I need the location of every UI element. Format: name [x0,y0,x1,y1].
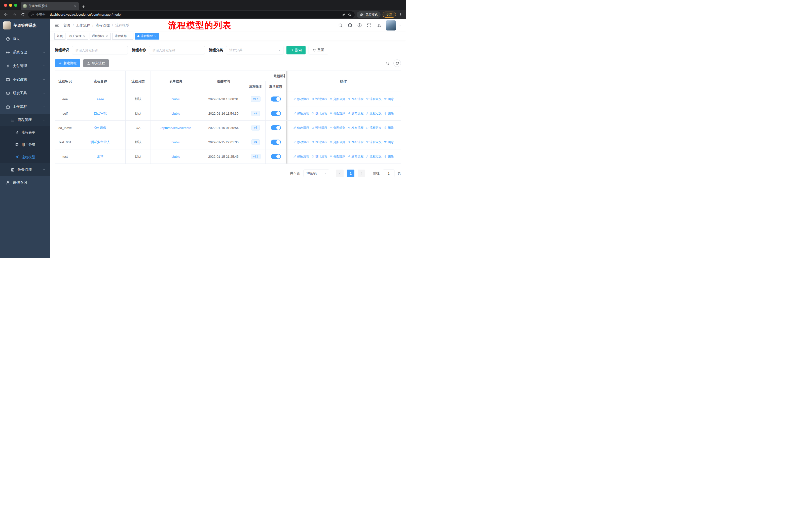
font-size-icon[interactable] [376,23,381,28]
password-key-icon[interactable] [342,13,346,17]
action-design-process[interactable]: 设计流程 [311,126,327,130]
close-icon[interactable] [106,35,108,37]
close-icon[interactable] [154,35,157,37]
tag-my-process[interactable]: 我的流程 [90,33,111,39]
action-design-process[interactable]: 设计流程 [311,155,327,159]
github-icon[interactable] [348,23,352,28]
action-delete[interactable]: 删除 [384,97,394,101]
forward-button[interactable] [11,11,18,18]
action-process-definition[interactable]: 流程定义 [366,111,382,116]
tab-close-icon[interactable] [74,5,77,7]
action-edit-process[interactable]: 修改流程 [293,126,309,130]
minimize-window-button[interactable] [9,4,12,7]
action-delete[interactable]: 删除 [384,155,394,159]
chrome-update-button[interactable]: 更新 [383,11,396,18]
version-badge[interactable]: v17 [251,96,261,102]
sidebar-item-system[interactable]: 系统管理 [0,46,50,59]
category-select[interactable]: 流程分类 [226,46,283,54]
action-publish-process[interactable]: 发布流程 [348,97,364,101]
sidebar-item-task-management[interactable]: 任务管理 [0,163,50,176]
fullscreen-icon[interactable] [367,23,372,28]
action-publish-process[interactable]: 发布流程 [348,155,364,159]
search-toggle-icon[interactable] [385,61,389,65]
url-text[interactable]: dashboard.yudao.iocoder.cn/bpm/manager/m… [50,13,340,17]
table-refresh-button[interactable] [394,59,401,67]
sidebar-item-devtools[interactable]: 研发工具 [0,86,50,100]
action-process-definition[interactable]: 流程定义 [366,97,382,101]
action-publish-process[interactable]: 发布流程 [348,126,364,130]
form-info-link[interactable]: biubiu [171,140,180,144]
goto-page-input[interactable] [383,169,395,177]
action-edit-process[interactable]: 修改流程 [293,111,309,116]
close-icon[interactable] [83,35,86,37]
form-info-link[interactable]: biubiu [171,112,180,115]
active-toggle[interactable] [271,97,281,102]
action-delete[interactable]: 删除 [384,111,394,116]
close-icon[interactable] [128,35,131,37]
action-process-definition[interactable]: 流程定义 [366,126,382,130]
active-toggle[interactable] [271,140,281,145]
tag-tenant[interactable]: 租户管理 [67,33,88,39]
form-info-link[interactable]: biubiu [171,97,180,101]
version-badge[interactable]: v2 [252,111,260,116]
breadcrumb-item[interactable]: 工作流程 [76,23,96,28]
app-logo[interactable]: 芋道管理系统 [0,19,50,32]
sidebar-item-process-management[interactable]: 流程管理 [0,114,50,126]
search-button[interactable]: 搜索 [286,46,306,54]
browser-tab[interactable]: 芋道管理系统 [21,2,79,10]
action-assign-rule[interactable]: 分配规则 [329,126,345,130]
action-process-definition[interactable]: 流程定义 [366,140,382,144]
back-button[interactable] [2,11,9,18]
tag-process-form[interactable]: 流程表单 [112,33,134,39]
process-name-link[interactable]: 滔博 [97,155,104,158]
sidebar-item-infrastructure[interactable]: 基础设施 [0,73,50,86]
sidebar-item-workflow[interactable]: 工作流程 [0,100,50,114]
active-toggle[interactable] [271,154,281,159]
sidebar-item-home[interactable]: 首页 [0,32,50,46]
action-design-process[interactable]: 设计流程 [311,140,327,144]
next-page-button[interactable] [358,169,365,177]
sidebar-item-payment[interactable]: 支付管理 [0,59,50,73]
process-name-link[interactable]: 自己审批 [94,111,107,115]
breadcrumb-item[interactable]: 首页 [63,23,76,28]
action-assign-rule[interactable]: 分配规则 [329,140,345,144]
action-assign-rule[interactable]: 分配规则 [329,97,345,101]
action-design-process[interactable]: 设计流程 [311,97,327,101]
create-process-button[interactable]: 新建流程 [55,59,80,67]
address-bar[interactable]: 不安全 dashboard.yudao.iocoder.cn/bpm/manag… [28,11,355,18]
tag-home[interactable]: 首页 [54,33,65,39]
process-name-input[interactable] [149,46,205,54]
action-assign-rule[interactable]: 分配规则 [329,111,345,116]
sidebar-item-process-model[interactable]: 流程模型 [0,151,50,163]
version-badge[interactable]: v5 [252,125,260,131]
action-publish-process[interactable]: 发布流程 [348,111,364,116]
new-tab-button[interactable] [82,5,85,8]
bookmark-star-icon[interactable] [348,13,352,17]
version-badge[interactable]: v4 [252,139,260,145]
process-id-input[interactable] [72,46,128,54]
process-name-link[interactable]: OA 请假 [94,126,107,130]
form-info-link[interactable]: biubiu [171,155,180,159]
sidebar-item-user-group[interactable]: 用户分组 [0,139,50,151]
security-chip[interactable]: 不安全 [31,12,48,17]
action-edit-process[interactable]: 修改流程 [293,140,309,144]
search-icon[interactable] [338,23,343,28]
process-name-link[interactable]: eeee [97,97,104,101]
action-edit-process[interactable]: 修改流程 [293,97,309,101]
hamburger-icon[interactable] [54,23,59,28]
import-process-button[interactable]: 导入流程 [83,59,109,67]
action-process-definition[interactable]: 流程定义 [366,155,382,159]
browser-menu-button[interactable] [398,12,404,17]
sidebar-item-process-form[interactable]: 流程表单 [0,126,50,139]
current-page-button[interactable]: 1 [347,169,354,177]
zoom-window-button[interactable] [14,4,17,7]
reset-button[interactable]: 重置 [309,46,328,54]
version-badge[interactable]: v21 [251,154,261,159]
form-info-link[interactable]: /bpm/oa/leave/create [161,126,191,130]
action-publish-process[interactable]: 发布流程 [348,140,364,144]
action-assign-rule[interactable]: 分配规则 [329,155,345,159]
help-icon[interactable] [357,23,362,28]
action-delete[interactable]: 删除 [384,126,394,130]
action-delete[interactable]: 删除 [384,140,394,144]
avatar[interactable] [386,20,396,30]
